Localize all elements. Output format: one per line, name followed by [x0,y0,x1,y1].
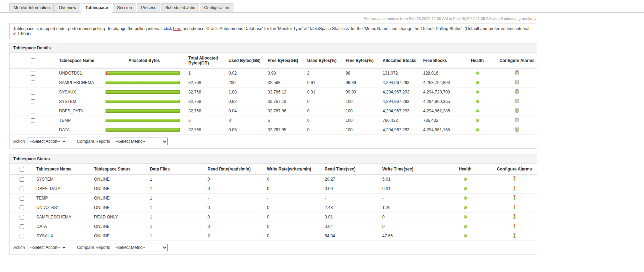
col-health: Health [458,53,497,69]
row-select-cell [10,175,34,184]
alarm-cell [497,88,537,97]
action-label: Action [13,245,25,250]
read-time-value: 0.04 [322,222,379,231]
alarm-cell [491,175,537,184]
row-checkbox[interactable] [31,109,35,113]
row-select-cell [10,78,56,88]
allocated-bytes-cell [103,125,186,135]
row-checkbox[interactable] [31,128,35,132]
write-time-value: 0 [379,212,439,222]
allocated-bytes-cell [103,88,186,97]
row-checkbox[interactable] [31,99,35,104]
tablespace-status-title: Tablespace Status [10,154,537,164]
configure-alarms-icon[interactable] [513,186,516,190]
tablespace-status-value: ONLINE [91,184,147,194]
write-time-value: 47.66 [379,231,439,241]
table-row: SYSAUX ONLINE 1 2 0 54.94 47.66 [10,231,537,241]
allocated-blocks-value: 4,294,967,293 [380,125,420,135]
polling-interval-link[interactable]: here [173,26,181,31]
used-bytes-segment [106,72,107,75]
total-allocated-bytes-value: 1 [186,69,226,78]
tab[interactable]: Overview [55,3,80,13]
row-checkbox[interactable] [31,90,35,95]
tab-bar: Monitor Information Overview Tablespace … [0,0,644,13]
col-write-rate: Write Rate(writes/min) [264,164,322,175]
row-select-cell [10,88,56,97]
allocated-bytes-bar [106,109,180,113]
compare-metric-select[interactable]: --Select Metric-- [113,244,168,251]
tablespace-name: SYSTEM [56,97,103,106]
action-select[interactable]: --Select Action-- [28,244,67,251]
data-files-value: 1 [147,203,205,212]
tab[interactable]: Configuration [200,3,233,13]
col-write-time: Write Time(sec) [379,164,439,175]
row-checkbox[interactable] [31,118,35,123]
total-allocated-bytes-value: 32,768 [186,125,226,135]
free-blocks-value: 4,294,720,709 [420,88,458,97]
select-all-checkbox[interactable] [31,58,35,63]
tab[interactable]: Session [113,3,136,13]
configure-alarms-icon[interactable] [513,176,516,181]
row-select-cell [10,116,56,125]
free-bytes-pct-value: 99.99 [343,88,380,97]
status-table-body: SYSTEM ONLINE 1 0 0 20.27 5.01 [10,175,537,241]
select-all-checkbox[interactable] [20,167,24,172]
tab[interactable]: Tablespace [81,3,112,13]
tablespace-status-value: READ ONLY [91,212,147,222]
write-rate-value: 0 [264,231,322,241]
row-checkbox[interactable] [20,196,24,201]
tablespace-name: UNDOTBS1 [34,203,91,212]
col-read-rate: Read Rate(reads/min) [205,164,264,175]
col-health: Health [439,164,491,175]
tab[interactable]: Monitor Information [9,3,54,13]
configure-alarms-icon[interactable] [515,108,519,113]
table-row: TEMP ONLINE 1 - - - - [10,194,537,203]
tab[interactable]: Scheduled Jobs [161,3,199,13]
configure-alarms-icon[interactable] [513,214,516,219]
configure-alarms-icon[interactable] [515,99,519,103]
tab[interactable]: Process [137,3,160,13]
used-bytes-segment [106,81,106,84]
health-cell [439,175,491,184]
configure-alarms-icon[interactable] [515,127,519,132]
configure-alarms-icon[interactable] [515,70,519,75]
row-select-cell [10,212,34,222]
configure-alarms-icon[interactable] [513,195,516,200]
health-cell [439,212,491,222]
col-allocated-bytes: Allocated Bytes [103,53,186,69]
free-blocks-value: 128,016 [420,69,458,78]
allocated-bytes-bar [106,119,180,122]
health-cell [458,97,497,106]
configure-alarms-icon[interactable] [515,80,519,84]
tablespace-status-value: ONLINE [91,222,147,231]
row-checkbox[interactable] [20,224,24,229]
col-free-bytes-pct: Free Bytes(%) [343,53,380,69]
tablespace-name: TEMP [34,194,91,203]
row-checkbox[interactable] [31,71,35,76]
row-select-cell [10,125,56,135]
used-bytes-pct-value: 0 [304,116,343,125]
total-allocated-bytes-value: 32,768 [186,78,226,88]
row-checkbox[interactable] [20,205,24,210]
allocated-bytes-cell [103,116,186,125]
row-checkbox[interactable] [20,177,24,182]
compare-metric-select[interactable]: --Select Metric-- [113,138,168,145]
tablespace-name: UNDOTBS1 [56,69,103,78]
tablespace-details-title: Tablespace Details [10,43,537,53]
configure-alarms-icon[interactable] [515,118,519,122]
free-blocks-value: 4,294,962,285 [420,106,458,116]
write-rate-value: 0 [264,203,322,212]
configure-alarms-icon[interactable] [513,224,516,228]
configure-alarms-icon[interactable] [515,89,519,94]
row-checkbox[interactable] [31,81,35,85]
used-bytes-gb-value: 0.02 [226,69,265,78]
action-select[interactable]: --Select Action-- [28,138,67,145]
row-checkbox[interactable] [20,234,24,238]
read-rate-value: 2 [205,231,264,241]
write-time-value: - [379,194,439,203]
configure-alarms-icon[interactable] [513,205,516,209]
configure-alarms-icon[interactable] [513,233,516,238]
row-checkbox[interactable] [20,187,24,191]
write-time-value: 0 [379,222,439,231]
row-checkbox[interactable] [20,215,24,219]
